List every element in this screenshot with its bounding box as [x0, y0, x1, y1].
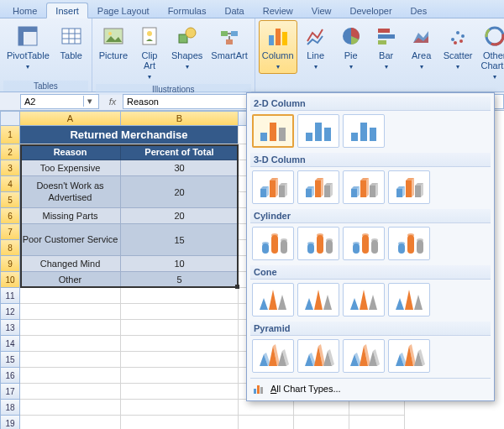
picture-button[interactable]: Picture: [96, 20, 131, 63]
tab-page-layout[interactable]: Page Layout: [88, 3, 159, 18]
table-cell-pct[interactable]: 15: [121, 224, 239, 256]
scatter-chart-button[interactable]: Scatter: [440, 20, 476, 74]
cell[interactable]: [20, 336, 121, 352]
table-cell-reason[interactable]: Other: [20, 272, 121, 288]
row-header-14[interactable]: 14: [0, 336, 20, 352]
tab-review[interactable]: Review: [254, 3, 302, 18]
tab-home[interactable]: Home: [3, 3, 46, 18]
shapes-button[interactable]: Shapes: [168, 20, 206, 74]
column-header-A[interactable]: A: [20, 111, 121, 126]
tab-formulas[interactable]: Formulas: [159, 3, 216, 18]
chart-option[interactable]: [297, 227, 339, 260]
row-header-5[interactable]: 5: [0, 192, 20, 208]
chart-option[interactable]: [297, 170, 339, 204]
column-header-B[interactable]: B: [121, 111, 239, 126]
table-cell-reason[interactable]: Poor Customer Service: [20, 224, 121, 256]
chart-option[interactable]: [252, 339, 294, 373]
area-chart-button[interactable]: Area: [405, 20, 438, 74]
table-header[interactable]: Reason: [20, 144, 121, 160]
table-cell-reason[interactable]: Doesn't Work as Advertised: [20, 176, 121, 208]
cell[interactable]: [121, 384, 239, 400]
chart-option[interactable]: [388, 283, 430, 317]
table-cell-pct[interactable]: 30: [121, 160, 239, 176]
pivot-table-button[interactable]: PivotTable: [3, 20, 53, 74]
pie-chart-button[interactable]: Pie: [334, 20, 368, 74]
row-header-2[interactable]: 2: [0, 144, 20, 160]
cell[interactable]: [20, 400, 121, 416]
cell[interactable]: [20, 368, 121, 384]
row-header-8[interactable]: 8: [0, 240, 20, 256]
name-box[interactable]: A2 ▾: [20, 94, 99, 109]
tab-view[interactable]: View: [302, 3, 341, 18]
cell[interactable]: [20, 288, 121, 304]
chart-option[interactable]: [252, 170, 294, 204]
row-header-15[interactable]: 15: [0, 352, 20, 368]
table-cell-pct[interactable]: 20: [121, 176, 239, 208]
cell[interactable]: [294, 400, 349, 416]
tab-des[interactable]: Des: [402, 3, 437, 18]
cell[interactable]: [121, 304, 239, 320]
row-header-10[interactable]: 10: [0, 272, 20, 288]
table-cell-pct[interactable]: 5: [121, 272, 239, 288]
table-button[interactable]: Table: [55, 20, 88, 63]
chart-option[interactable]: [343, 227, 385, 260]
column-chart-button[interactable]: Column: [259, 20, 297, 74]
select-all-corner[interactable]: [0, 111, 20, 126]
cell[interactable]: [121, 288, 239, 304]
row-header-17[interactable]: 17: [0, 384, 20, 400]
cell[interactable]: [20, 320, 121, 336]
table-cell-reason[interactable]: Changed Mind: [20, 256, 121, 272]
cell[interactable]: [349, 416, 405, 429]
row-header-1[interactable]: 1: [0, 126, 20, 144]
table-header[interactable]: Percent of Total: [121, 144, 239, 160]
cell[interactable]: [121, 336, 239, 352]
cell[interactable]: [20, 352, 121, 368]
row-header-16[interactable]: 16: [0, 368, 20, 384]
chart-option[interactable]: [343, 170, 385, 204]
cell[interactable]: [239, 400, 294, 416]
cell[interactable]: [121, 368, 239, 384]
bar-chart-button[interactable]: Bar: [370, 20, 403, 74]
row-header-12[interactable]: 12: [0, 304, 20, 320]
cell[interactable]: [239, 416, 294, 429]
chart-option[interactable]: [388, 227, 430, 260]
other-charts-button[interactable]: Other Charts: [478, 20, 505, 84]
cell[interactable]: [20, 384, 121, 400]
row-header-11[interactable]: 11: [0, 288, 20, 304]
chart-option[interactable]: [252, 227, 294, 260]
row-header-6[interactable]: 6: [0, 208, 20, 224]
fx-icon[interactable]: fx: [102, 97, 123, 107]
chart-option[interactable]: [343, 114, 385, 148]
chart-option[interactable]: [388, 170, 430, 204]
line-chart-button[interactable]: Line: [299, 20, 333, 74]
row-header-3[interactable]: 3: [0, 160, 20, 176]
row-header-4[interactable]: 4: [0, 176, 20, 192]
chart-option[interactable]: [388, 339, 430, 373]
cell[interactable]: [20, 416, 121, 429]
chart-option[interactable]: [297, 283, 339, 317]
table-cell-reason[interactable]: Too Expensive: [20, 160, 121, 176]
table-cell-pct[interactable]: 10: [121, 256, 239, 272]
table-title[interactable]: Returned Merchandise: [20, 126, 239, 144]
chart-option[interactable]: [252, 283, 294, 317]
table-cell-pct[interactable]: 20: [121, 208, 239, 224]
cell[interactable]: [121, 416, 239, 429]
tab-developer[interactable]: Developer: [340, 3, 401, 18]
table-cell-reason[interactable]: Missing Parts: [20, 208, 121, 224]
cell[interactable]: [20, 304, 121, 320]
row-header-19[interactable]: 19: [0, 416, 20, 429]
cell[interactable]: [294, 416, 349, 429]
row-header-9[interactable]: 9: [0, 256, 20, 272]
chart-option[interactable]: [343, 339, 385, 373]
tab-insert[interactable]: Insert: [46, 3, 88, 18]
chart-option[interactable]: [252, 114, 294, 148]
row-header-18[interactable]: 18: [0, 400, 20, 416]
cell[interactable]: [349, 400, 405, 416]
row-header-7[interactable]: 7: [0, 224, 20, 240]
smartart-button[interactable]: SmartArt: [207, 20, 250, 63]
chart-option[interactable]: [297, 114, 339, 148]
clip-art-button[interactable]: Clip Art: [133, 20, 166, 84]
name-box-dropdown[interactable]: ▾: [83, 96, 95, 107]
all-chart-types[interactable]: All Chart Types...: [250, 378, 491, 397]
chart-option[interactable]: [297, 339, 339, 373]
